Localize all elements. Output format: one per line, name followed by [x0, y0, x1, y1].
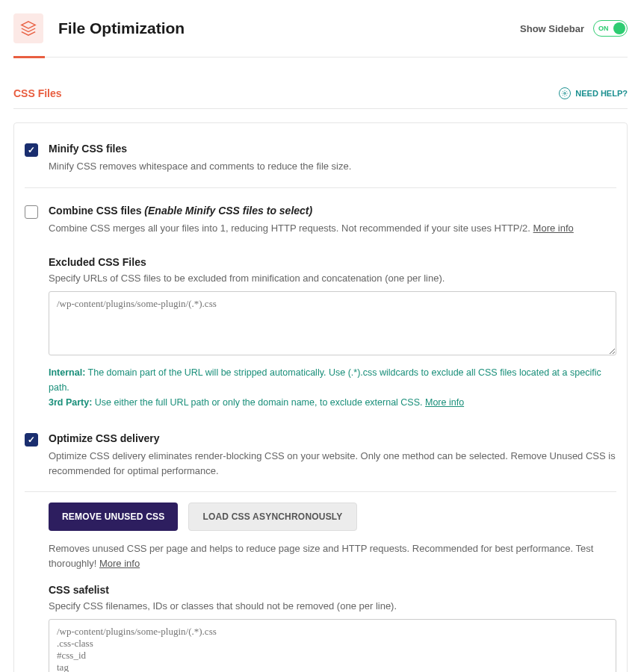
excluded-title: Excluded CSS Files: [49, 256, 616, 268]
show-sidebar-toggle[interactable]: ON: [593, 20, 628, 37]
safelist-title: CSS safelist: [49, 584, 616, 596]
method-more-info[interactable]: More info: [99, 558, 140, 569]
minify-content: Minify CSS files Minify CSS removes whit…: [49, 143, 616, 174]
remove-unused-css-button[interactable]: REMOVE UNUSED CSS: [49, 503, 178, 531]
divider: [25, 491, 616, 492]
combine-hint: (Enable Minify CSS files to select): [144, 205, 312, 217]
need-help-text: NEED HELP?: [575, 89, 628, 98]
minify-css-checkbox[interactable]: [25, 143, 38, 157]
option-combine-css: Combine CSS files (Enable Minify CSS fil…: [25, 199, 616, 249]
option-optimize-css: Optimize CSS delivery Optimize CSS deliv…: [25, 426, 616, 491]
option-minify-css: Minify CSS files Minify CSS removes whit…: [25, 137, 616, 187]
note-more-info[interactable]: More info: [425, 397, 464, 408]
excluded-note: Internal: The domain part of the URL wil…: [49, 365, 616, 410]
header-left: File Optimization: [13, 13, 185, 43]
combine-desc: Combine CSS merges all your files into 1…: [49, 221, 616, 236]
divider: [25, 187, 616, 188]
page-title: File Optimization: [58, 19, 185, 37]
optimize-title: Optimize CSS delivery: [49, 432, 616, 444]
combine-css-checkbox[interactable]: [25, 205, 38, 219]
optimize-desc: Optimize CSS delivery eliminates render-…: [49, 449, 616, 478]
help-icon: [559, 87, 571, 99]
note-internal-label: Internal:: [49, 367, 85, 378]
safelist-textarea[interactable]: [49, 619, 616, 672]
combine-title: Combine CSS files (Enable Minify CSS fil…: [49, 205, 616, 217]
method-desc: Removes unused CSS per page and helps to…: [49, 541, 616, 570]
excluded-desc: Specify URLs of CSS files to be excluded…: [49, 273, 616, 284]
safelist-desc: Specify CSS filenames, IDs or classes th…: [49, 600, 616, 612]
minify-title: Minify CSS files: [49, 143, 616, 155]
css-options-panel: Minify CSS files Minify CSS removes whit…: [13, 122, 628, 672]
optimize-subsection: REMOVE UNUSED CSS LOAD CSS ASYNCHRONOUSL…: [49, 503, 616, 672]
file-optimization-icon: [13, 13, 43, 43]
section-header: CSS Files NEED HELP?: [13, 87, 628, 109]
section-title: CSS Files: [13, 87, 62, 99]
method-buttons: REMOVE UNUSED CSS LOAD CSS ASYNCHRONOUSL…: [49, 503, 616, 531]
optimize-css-checkbox[interactable]: [25, 433, 38, 447]
show-sidebar-label: Show Sidebar: [520, 23, 584, 34]
toggle-knob: [613, 22, 625, 34]
header-underline: [13, 57, 628, 57]
need-help-link[interactable]: NEED HELP?: [559, 87, 628, 99]
note-3rd-text: Use either the full URL path or only the…: [95, 397, 423, 408]
svg-point-0: [564, 93, 566, 95]
combine-content: Combine CSS files (Enable Minify CSS fil…: [49, 205, 616, 236]
excluded-css-textarea[interactable]: [49, 291, 616, 355]
header-right: Show Sidebar ON: [520, 20, 628, 37]
load-css-async-button[interactable]: LOAD CSS ASYNCHRONOUSLY: [188, 503, 356, 531]
combine-more-info[interactable]: More info: [533, 223, 574, 234]
combine-desc-text: Combine CSS merges all your files into 1…: [49, 223, 530, 234]
note-3rd-label: 3rd Party:: [49, 397, 92, 408]
combine-title-text: Combine CSS files: [49, 205, 141, 217]
excluded-css-subsection: Excluded CSS Files Specify URLs of CSS f…: [49, 256, 616, 410]
page-header: File Optimization Show Sidebar ON: [13, 13, 628, 57]
toggle-on-text: ON: [598, 25, 609, 32]
optimize-content: Optimize CSS delivery Optimize CSS deliv…: [49, 432, 616, 478]
note-internal-text: The domain part of the URL will be strip…: [49, 367, 601, 393]
minify-desc: Minify CSS removes whitespace and commen…: [49, 159, 616, 174]
